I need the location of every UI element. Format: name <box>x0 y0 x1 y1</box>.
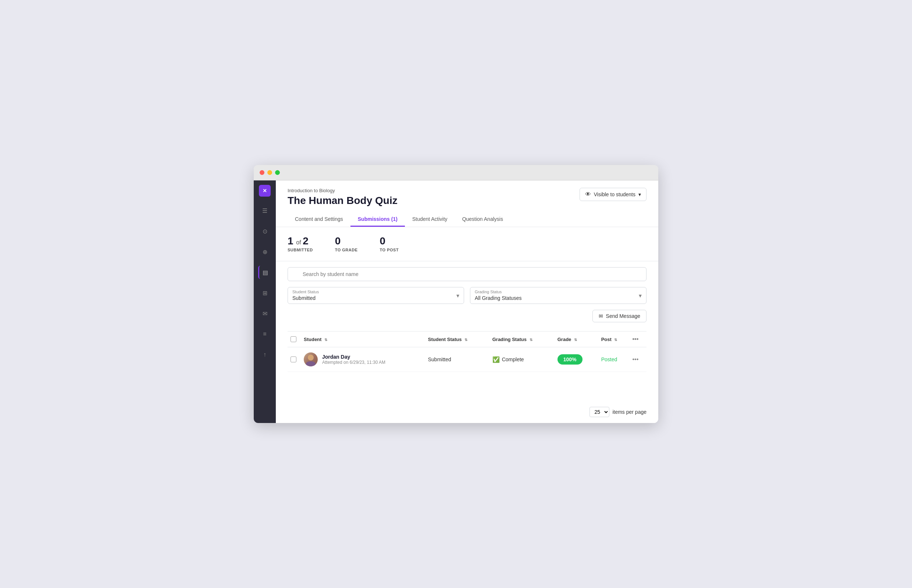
sidebar-icon-upload[interactable]: ↑ <box>258 348 271 361</box>
grading-status-sort-icon: ⇅ <box>530 338 533 342</box>
header-more-options-icon[interactable]: ••• <box>632 336 638 342</box>
to-grade-count: 0 <box>335 236 341 246</box>
upload-icon: ↑ <box>263 351 266 358</box>
tabs-bar: Content and Settings Submissions (1) Stu… <box>288 212 646 227</box>
sidebar-icon-search[interactable]: ⊙ <box>258 225 271 238</box>
header-post[interactable]: Post ⇅ <box>598 331 630 347</box>
student-header-label: Student <box>304 337 321 342</box>
tab-student-activity[interactable]: Student Activity <box>405 212 455 227</box>
row-checkbox[interactable] <box>290 357 296 362</box>
to-post-count: 0 <box>380 236 386 246</box>
header-top: Introduction to Biology The Human Body Q… <box>288 188 646 207</box>
grading-status-value: ✅ Complete <box>492 356 552 363</box>
search-nav-icon: ⊙ <box>262 228 267 235</box>
title-area: Introduction to Biology The Human Body Q… <box>288 188 397 207</box>
grading-status-cell: ✅ Complete <box>489 347 554 372</box>
tab-question-analysis[interactable]: Question Analysis <box>455 212 510 227</box>
student-name[interactable]: Jordan Day <box>322 354 386 360</box>
to-post-label: TO POST <box>380 248 399 252</box>
sidebar-icon-grid[interactable]: ⊞ <box>258 286 271 299</box>
student-details: Jordan Day Attempted on 6/29/23, 11:30 A… <box>322 354 386 365</box>
sidebar-icon-globe[interactable]: ⊕ <box>258 245 271 258</box>
search-wrapper: 🔍 <box>288 267 646 281</box>
submitted-of: of <box>296 239 303 246</box>
title-bar <box>254 165 658 181</box>
avatar-image <box>304 352 318 367</box>
breadcrumb: Introduction to Biology <box>288 188 397 193</box>
stats-section: 1 of 2 SUBMITTED 0 TO GRADE 0 TO POST <box>276 227 658 261</box>
student-status-sort-icon: ⇅ <box>465 338 467 342</box>
submissions-table: Student ⇅ Student Status ⇅ Grading Statu… <box>288 331 646 372</box>
student-sort-icon: ⇅ <box>324 338 327 342</box>
student-status-value: Submitted <box>428 357 451 362</box>
dropdowns-row: Student Status Submitted ▾ Grading Statu… <box>288 287 646 304</box>
student-status-header-label: Student Status <box>428 337 462 342</box>
pagination-row: 25 items per page <box>276 401 658 423</box>
send-message-label: Send Message <box>606 313 640 319</box>
content-icon: ▤ <box>262 269 268 276</box>
per-page-label: items per page <box>612 409 646 415</box>
post-header-label: Post <box>601 337 612 342</box>
student-attempt-date: Attempted on 6/29/23, 11:30 AM <box>322 360 386 365</box>
to-grade-label: TO GRADE <box>335 248 358 252</box>
header-student[interactable]: Student ⇅ <box>301 331 425 347</box>
header-student-status[interactable]: Student Status ⇅ <box>425 331 489 347</box>
per-page-select[interactable]: 25 <box>590 407 609 417</box>
submitted-count: 1 of 2 <box>288 236 309 246</box>
sidebar-icon-content[interactable]: ▤ <box>258 266 271 279</box>
stat-to-grade: 0 TO GRADE <box>335 236 358 252</box>
more-options-cell: ••• <box>629 347 646 372</box>
student-info: Jordan Day Attempted on 6/29/23, 11:30 A… <box>304 352 422 367</box>
sidebar-icon-mail[interactable]: ✉ <box>258 307 271 320</box>
header-checkbox-cell <box>288 331 301 347</box>
table-body: Jordan Day Attempted on 6/29/23, 11:30 A… <box>288 347 646 372</box>
grading-status-label: Grading Status <box>475 289 642 294</box>
stat-to-post: 0 TO POST <box>380 236 399 252</box>
student-status-cell: Submitted <box>425 347 489 372</box>
search-input[interactable] <box>288 267 646 281</box>
visibility-button[interactable]: 👁 Visible to students ▾ <box>580 188 646 201</box>
table-section: Student ⇅ Student Status ⇅ Grading Statu… <box>276 331 658 401</box>
sidebar-close-button[interactable]: ✕ <box>259 185 271 197</box>
grading-status-dropdown[interactable]: Grading Status All Grading Statuses ▾ <box>470 287 646 304</box>
menu-icon: ☰ <box>262 207 267 214</box>
close-traffic-light[interactable] <box>260 170 264 175</box>
maximize-traffic-light[interactable] <box>275 170 280 175</box>
close-icon: ✕ <box>262 188 267 194</box>
grading-status-header-label: Grading Status <box>492 337 526 342</box>
send-message-button[interactable]: ✉ Send Message <box>593 310 646 322</box>
app-window: ✕ ☰ ⊙ ⊕ ▤ ⊞ ✉ ≡ ↑ <box>254 165 658 423</box>
header-more: ••• <box>629 331 646 347</box>
grading-status-select[interactable]: All Grading Statuses <box>475 295 642 301</box>
grade-cell: 100% <box>554 347 598 372</box>
tab-submissions[interactable]: Submissions (1) <box>350 212 405 227</box>
header-grade[interactable]: Grade ⇅ <box>554 331 598 347</box>
grade-header-label: Grade <box>557 337 572 342</box>
tab-content-settings[interactable]: Content and Settings <box>288 212 350 227</box>
grid-icon: ⊞ <box>262 289 267 297</box>
page-title: The Human Body Quiz <box>288 195 397 207</box>
sidebar-icon-docs[interactable]: ≡ <box>258 328 271 341</box>
grade-badge: 100% <box>557 354 583 365</box>
minimize-traffic-light[interactable] <box>267 170 272 175</box>
filters-section: 🔍 Student Status Submitted ▾ Grading Sta… <box>276 261 658 331</box>
table-header: Student ⇅ Student Status ⇅ Grading Statu… <box>288 331 646 347</box>
post-status[interactable]: Posted <box>601 357 617 362</box>
student-status-select[interactable]: Submitted <box>292 295 459 301</box>
visibility-label: Visible to students <box>594 191 635 197</box>
avatar <box>304 352 318 367</box>
row-more-options-icon[interactable]: ••• <box>632 356 638 362</box>
sidebar-icon-menu[interactable]: ☰ <box>258 204 271 217</box>
sidebar: ✕ ☰ ⊙ ⊕ ▤ ⊞ ✉ ≡ ↑ <box>254 181 276 423</box>
select-all-checkbox[interactable] <box>290 336 296 342</box>
post-cell: Posted <box>598 347 630 372</box>
window-body: ✕ ☰ ⊙ ⊕ ▤ ⊞ ✉ ≡ ↑ <box>254 181 658 423</box>
check-circle-icon: ✅ <box>492 356 500 363</box>
grade-sort-icon: ⇅ <box>574 338 577 342</box>
post-sort-icon: ⇅ <box>614 338 617 342</box>
grading-status-text: Complete <box>502 357 524 362</box>
header: Introduction to Biology The Human Body Q… <box>276 181 658 227</box>
student-status-label: Student Status <box>292 289 459 294</box>
student-status-dropdown[interactable]: Student Status Submitted ▾ <box>288 287 464 304</box>
header-grading-status[interactable]: Grading Status ⇅ <box>489 331 554 347</box>
